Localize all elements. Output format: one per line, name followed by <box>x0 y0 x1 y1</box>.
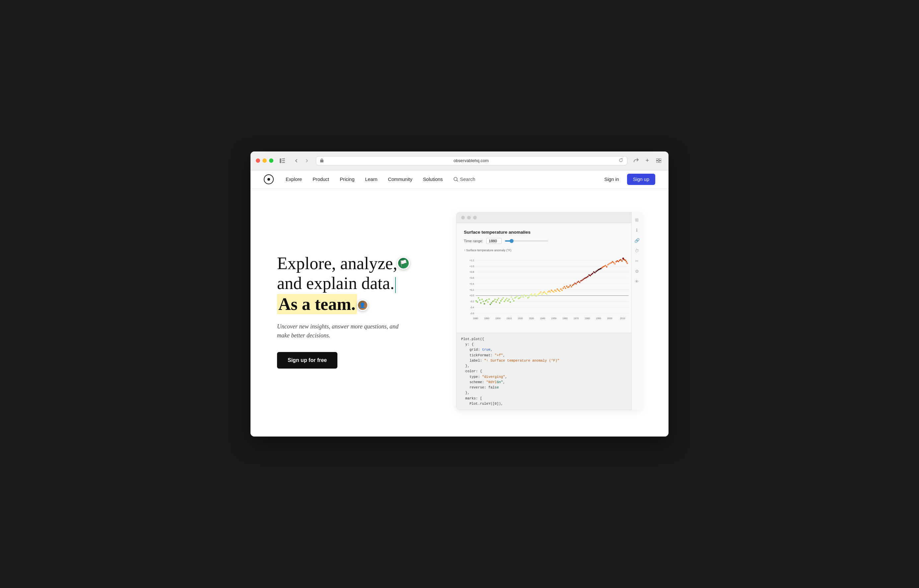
reload-button[interactable] <box>619 158 623 163</box>
code-line-6: }, <box>461 363 637 368</box>
tab-overview-button[interactable] <box>654 157 663 165</box>
sign-up-button[interactable]: Sign up <box>627 174 655 185</box>
svg-text:2000: 2000 <box>607 317 613 320</box>
svg-point-172 <box>626 261 627 262</box>
browser-chrome: observablehq.com + <box>251 152 668 170</box>
svg-point-143 <box>592 273 593 274</box>
svg-text:1900: 1900 <box>495 317 501 320</box>
svg-point-77 <box>514 297 515 298</box>
svg-point-83 <box>521 295 522 296</box>
nav-pricing[interactable]: Pricing <box>334 170 360 189</box>
code-line-7: color: { <box>461 368 637 374</box>
hero-subtitle: Uncover new insights, answer more questi… <box>277 322 403 340</box>
svg-text:-0.4: -0.4 <box>470 306 474 309</box>
svg-text:1910: 1910 <box>507 317 512 320</box>
add-tab-button[interactable]: + <box>643 157 652 165</box>
notebook-content: Surface temperature anomalies Time range… <box>457 223 642 333</box>
svg-text:1880: 1880 <box>473 317 478 320</box>
svg-point-82 <box>520 296 522 298</box>
svg-point-127 <box>573 284 574 285</box>
svg-point-109 <box>552 290 553 292</box>
sidebar-icon-link[interactable]: 🔗 <box>634 238 640 243</box>
browser-actions: + <box>631 157 663 165</box>
maximize-button[interactable] <box>269 158 273 163</box>
share-button[interactable] <box>631 157 641 165</box>
svg-point-62 <box>497 299 498 300</box>
logo[interactable] <box>264 174 274 184</box>
svg-point-115 <box>559 290 560 292</box>
hero-title: Explore, analyze,🏳️ and explain data. As… <box>277 254 436 314</box>
back-button[interactable] <box>291 157 301 165</box>
svg-point-94 <box>534 293 535 295</box>
site-header: Explore Product Pricing Learn Community … <box>251 170 668 189</box>
svg-text:+0.0: +0.0 <box>470 294 474 297</box>
minimize-button[interactable] <box>263 158 267 163</box>
svg-point-112 <box>555 290 557 292</box>
svg-point-59 <box>493 300 494 301</box>
sidebar-icon-edit[interactable]: ✂ <box>635 258 639 263</box>
svg-rect-0 <box>280 158 281 163</box>
svg-point-147 <box>596 270 598 271</box>
svg-text:1940: 1940 <box>540 317 545 320</box>
search-button[interactable]: Search <box>448 170 481 189</box>
nav-learn[interactable]: Learn <box>360 170 383 189</box>
svg-point-73 <box>510 301 511 303</box>
nav-community[interactable]: Community <box>383 170 418 189</box>
header-actions: Sign in Sign up <box>600 174 655 185</box>
lock-icon <box>320 158 324 163</box>
svg-text:-0.2: -0.2 <box>470 300 474 303</box>
url-text: observablehq.com <box>326 158 617 163</box>
svg-rect-1 <box>282 158 285 160</box>
code-line-12: marks: [ <box>461 396 637 401</box>
svg-point-160 <box>612 261 613 262</box>
logo-circle <box>264 174 274 184</box>
svg-point-123 <box>568 286 570 288</box>
sidebar-icon-settings[interactable]: ⚙ <box>635 269 639 274</box>
main-nav: Explore Product Pricing Learn Community … <box>280 170 600 189</box>
sidebar-icon-info[interactable]: ℹ <box>636 228 638 233</box>
svg-rect-2 <box>282 160 285 161</box>
nav-solutions[interactable]: Solutions <box>418 170 448 189</box>
svg-point-113 <box>557 288 558 290</box>
notebook-chrome <box>457 212 642 223</box>
range-slider[interactable] <box>505 240 548 242</box>
code-line-2: y: { <box>461 342 637 347</box>
svg-point-141 <box>590 275 591 276</box>
svg-point-126 <box>572 284 573 286</box>
text-cursor <box>395 277 396 293</box>
chart-svg: +1.2 +1.0 +0.8 +0.6 +0.4 +0.2 +0.0 -0.2 … <box>464 253 634 326</box>
close-button[interactable] <box>256 158 260 163</box>
address-bar[interactable]: observablehq.com <box>316 156 627 165</box>
svg-point-66 <box>501 299 502 300</box>
svg-point-46 <box>478 297 479 298</box>
svg-point-90 <box>530 294 531 296</box>
browser-nav-controls <box>291 157 312 165</box>
sign-in-button[interactable]: Sign in <box>600 174 623 185</box>
code-line-13: Plot.ruleY([0]), <box>461 401 637 406</box>
hero-text: Explore, analyze,🏳️ and explain data. As… <box>277 254 436 368</box>
year-input[interactable] <box>486 238 502 244</box>
sidebar-toggle[interactable] <box>277 157 287 165</box>
svg-point-87 <box>526 295 527 296</box>
svg-point-108 <box>551 289 552 291</box>
chart-area: +1.2 +1.0 +0.8 +0.6 +0.4 +0.2 +0.0 -0.2 … <box>464 253 634 326</box>
svg-point-51 <box>484 303 485 304</box>
sidebar-icon-clock[interactable]: ⏱ <box>635 248 639 253</box>
sidebar-icon-image[interactable]: ⊞ <box>635 217 639 222</box>
nav-product[interactable]: Product <box>307 170 334 189</box>
svg-point-96 <box>536 294 538 296</box>
svg-point-74 <box>511 296 512 298</box>
svg-point-88 <box>527 297 528 298</box>
svg-point-167 <box>620 259 621 260</box>
sidebar-icon-eye[interactable]: 👁 <box>635 279 639 284</box>
svg-point-118 <box>562 288 564 289</box>
notebook-widget: Surface temperature anomalies Time range… <box>456 212 642 410</box>
cta-button[interactable]: Sign up for free <box>277 352 337 368</box>
forward-button[interactable] <box>302 157 312 165</box>
svg-point-106 <box>548 290 550 292</box>
nav-explore[interactable]: Explore <box>280 170 307 189</box>
notebook-sidebar: ⊞ ℹ 🔗 ⏱ ✂ ⚙ 👁 <box>631 212 642 410</box>
svg-point-55 <box>488 298 490 300</box>
svg-point-100 <box>541 293 543 295</box>
svg-point-76 <box>513 300 514 301</box>
